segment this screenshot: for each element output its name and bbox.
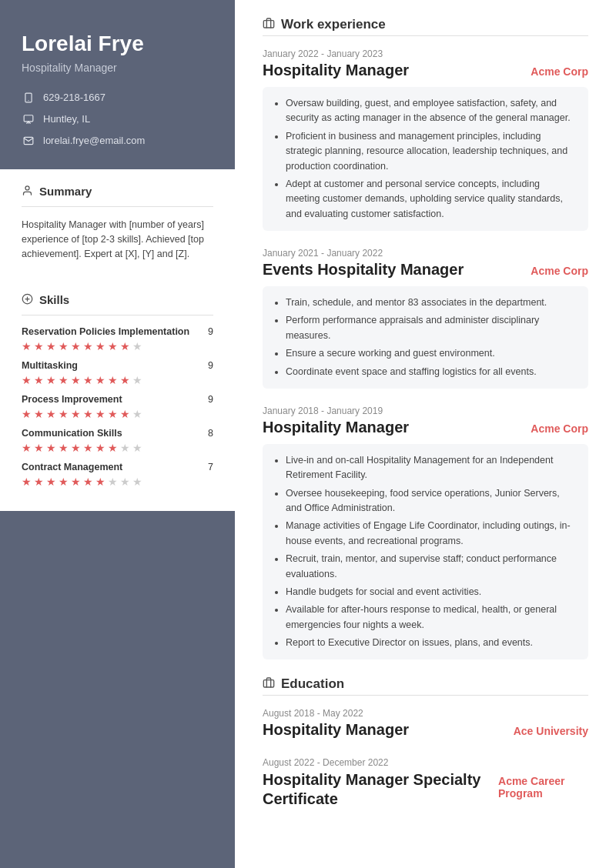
star-filled: ★ <box>71 408 81 420</box>
skill-score: 9 <box>208 394 213 405</box>
job-title-row: Events Hospitality ManagerAcme Corp <box>263 261 588 279</box>
job-date: January 2018 - January 2019 <box>263 406 588 416</box>
edu-entry: August 2022 - December 2022Hospitality M… <box>263 757 588 809</box>
job-date: January 2022 - January 2023 <box>263 48 588 59</box>
skill-score: 7 <box>208 462 213 472</box>
star-filled: ★ <box>83 340 93 352</box>
star-empty: ★ <box>120 442 130 454</box>
email-icon <box>22 134 35 148</box>
sidebar-header: Lorelai Frye Hospitality Manager 629-218… <box>0 0 235 169</box>
summary-label: Summary <box>39 185 92 198</box>
job-bullet: Report to Executive Director on issues, … <box>286 636 576 650</box>
job-bullet: Adept at customer and personal service c… <box>286 177 576 222</box>
job-bullet: Manage activities of Engage Life Coordin… <box>286 519 576 549</box>
star-filled: ★ <box>95 408 105 420</box>
skill-name: Multitasking <box>22 360 78 371</box>
work-icon <box>263 17 275 32</box>
jobs-list: January 2022 - January 2023Hospitality M… <box>263 48 588 659</box>
star-filled: ★ <box>59 476 69 488</box>
skill-score: 9 <box>208 326 213 337</box>
star-filled: ★ <box>83 408 93 420</box>
skill-item: Communication Skills8★★★★★★★★★★ <box>22 428 213 454</box>
star-filled: ★ <box>59 374 69 386</box>
job-title: Hospitality Manager <box>263 419 409 436</box>
star-filled: ★ <box>83 374 93 386</box>
edu-entry: August 2018 - May 2022Hospitality Manage… <box>263 708 588 739</box>
star-filled: ★ <box>46 374 56 386</box>
summary-heading: Summary <box>22 185 213 199</box>
job-company: Acme Corp <box>531 265 588 277</box>
edu-icon <box>263 676 275 692</box>
work-section-header: Work experience <box>263 17 588 32</box>
job-entry: January 2021 - January 2022Events Hospit… <box>263 248 588 389</box>
job-bullet: Oversee housekeeping, food service opera… <box>286 486 576 516</box>
job-title: Hospitality Manager <box>263 62 409 79</box>
summary-section: Summary Hospitality Manager with [number… <box>0 169 235 278</box>
job-title: Events Hospitality Manager <box>263 261 464 279</box>
star-filled: ★ <box>34 340 44 352</box>
job-bullets: Train, schedule, and mentor 83 associate… <box>263 286 588 389</box>
svg-rect-2 <box>24 115 33 121</box>
star-filled: ★ <box>59 442 69 454</box>
summary-divider <box>22 206 213 207</box>
job-bullet: Train, schedule, and mentor 83 associate… <box>286 295 576 310</box>
location-icon <box>22 112 35 126</box>
star-filled: ★ <box>120 408 130 420</box>
job-bullet: Perform performance appraisals and admin… <box>286 313 576 343</box>
svg-point-4 <box>25 185 29 189</box>
skills-icon <box>22 293 33 307</box>
job-bullet: Coordinate event space and staffing logi… <box>286 365 576 379</box>
email-item: lorelai.frye@email.com <box>22 134 213 148</box>
job-bullet: Oversaw building, guest, and employee sa… <box>286 96 576 126</box>
job-bullet: Handle budgets for social and event acti… <box>286 585 576 599</box>
edu-institution: Acme Career Program <box>498 775 588 800</box>
location-item: Huntley, IL <box>22 112 213 126</box>
skill-stars: ★★★★★★★★★★ <box>22 442 213 454</box>
skill-stars: ★★★★★★★★★★ <box>22 408 213 420</box>
edu-title-row: Hospitality ManagerAce University <box>263 721 588 739</box>
star-filled: ★ <box>22 408 32 420</box>
contact-info: 629-218-1667 Huntley, IL lorelai.frye@em… <box>22 91 213 148</box>
star-filled: ★ <box>59 340 69 352</box>
edu-institution: Ace University <box>514 725 588 737</box>
star-filled: ★ <box>59 408 69 420</box>
skill-name: Communication Skills <box>22 428 122 439</box>
skills-label: Skills <box>39 293 69 306</box>
star-empty: ★ <box>132 442 142 454</box>
job-company: Acme Corp <box>531 422 588 435</box>
skill-item: Reservation Policies Implementation9★★★★… <box>22 326 213 352</box>
star-filled: ★ <box>46 340 56 352</box>
skills-list: Reservation Policies Implementation9★★★★… <box>22 326 213 488</box>
phone-icon <box>22 91 35 105</box>
skill-item: Process Improvement9★★★★★★★★★★ <box>22 394 213 420</box>
edu-date: August 2022 - December 2022 <box>263 757 588 768</box>
work-experience-section: Work experience January 2022 - January 2… <box>263 17 588 659</box>
star-filled: ★ <box>34 374 44 386</box>
star-filled: ★ <box>46 442 56 454</box>
edu-section-header: Education <box>263 676 588 692</box>
star-filled: ★ <box>71 476 81 488</box>
work-divider <box>263 35 588 36</box>
star-filled: ★ <box>34 442 44 454</box>
skill-name: Contract Management <box>22 462 122 472</box>
job-entry: January 2022 - January 2023Hospitality M… <box>263 48 588 231</box>
summary-text: Hospitality Manager with [number of year… <box>22 218 213 262</box>
job-bullet: Ensure a secure working and guest enviro… <box>286 346 576 361</box>
skills-section: Skills Reservation Policies Implementati… <box>0 278 235 511</box>
svg-rect-9 <box>263 680 273 687</box>
svg-rect-8 <box>263 21 273 28</box>
job-title-row: Hospitality ManagerAcme Corp <box>263 62 588 79</box>
job-bullet: Available for after-hours response to me… <box>286 603 576 633</box>
star-filled: ★ <box>95 476 105 488</box>
job-bullets: Oversaw building, guest, and employee sa… <box>263 87 588 231</box>
star-filled: ★ <box>46 476 56 488</box>
job-company: Acme Corp <box>531 65 588 78</box>
skill-item: Contract Management7★★★★★★★★★★ <box>22 462 213 488</box>
star-empty: ★ <box>132 476 142 488</box>
star-filled: ★ <box>120 340 130 352</box>
star-empty: ★ <box>108 476 118 488</box>
star-filled: ★ <box>71 340 81 352</box>
edu-section-title: Education <box>281 676 344 692</box>
star-filled: ★ <box>34 408 44 420</box>
skill-score: 8 <box>208 428 213 439</box>
